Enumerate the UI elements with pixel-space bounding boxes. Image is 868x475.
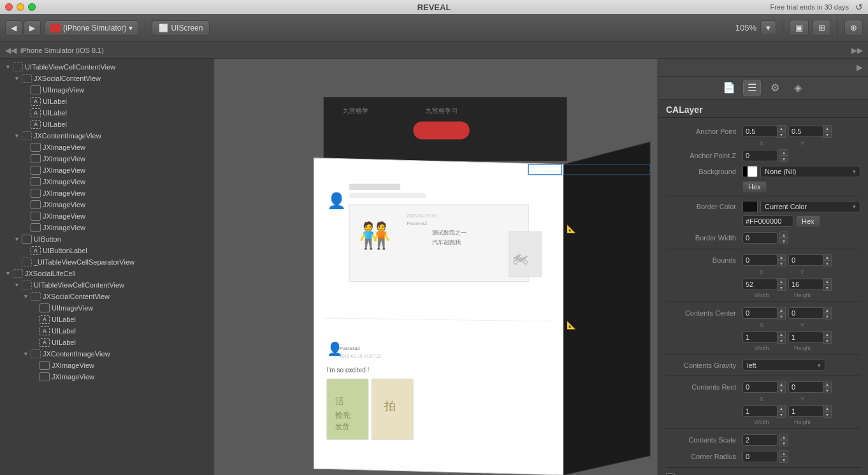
contents-rect-y[interactable] [788,381,823,393]
corner-radius-stepper[interactable]: ▲ ▼ [779,450,788,463]
contents-center-width[interactable] [742,332,778,343]
tree-item-jxsociallifecell[interactable]: ▼JXSocialLifeCell [0,268,213,279]
corner-radius-input[interactable] [742,451,778,462]
bounds-x[interactable] [742,254,778,266]
tree-item-uilabel1[interactable]: AUILabel [0,96,213,107]
cr-h-stepper[interactable]: ▲ ▼ [823,405,832,418]
tree-item-jxcontentimageview1[interactable]: ▼JXContentImageView [0,130,213,142]
anchor-z-stepper[interactable]: ▲ ▼ [779,149,788,162]
cr-y-stepper[interactable]: ▲ ▼ [823,381,832,393]
tree-item-uilabel6[interactable]: AUILabel [0,337,213,348]
border-color-hex-input[interactable] [742,216,793,227]
border-hex-button[interactable]: Hex [796,216,820,227]
tree-item-uiimageview2[interactable]: UIImageView [0,302,213,314]
zoom-dropdown[interactable]: ▾ [760,20,776,35]
tree-item-jximageview10[interactable]: JXImageView [0,371,213,383]
tab-list[interactable]: ☰ [743,80,761,96]
contents-center-x[interactable] [742,307,778,319]
tree-item-jximageview4[interactable]: JXImageView [0,176,213,187]
tree-item-jximageview3[interactable]: JXImageView [0,164,213,176]
border-width-input[interactable] [742,232,778,244]
sidebar-collapse-btn[interactable]: ◀◀ [5,46,17,55]
maximize-button[interactable] [28,3,36,11]
tree-item-jximageview8[interactable]: JXImageView [0,222,213,233]
tree-item-uilabel5[interactable]: AUILabel [0,325,213,337]
tree-icon-uilabel5: A [40,326,50,335]
anchor-point-sublabels: X Y [658,140,868,147]
canvas-area[interactable]: 九宫格学 九宫格学习 👤 🧑‍🤝‍🧑 测试数我之一 [213,59,658,475]
cr-w-stepper[interactable]: ▲ ▼ [777,405,786,418]
minimize-button[interactable] [17,3,24,11]
contents-gravity-select[interactable]: left ▾ [742,360,825,371]
anchor-point-x-stepper[interactable]: ▲ ▼ [777,125,786,138]
svg-text:九宫格学: 九宫格学 [343,107,368,114]
bounds-x-stepper[interactable]: ▲ ▼ [777,254,786,267]
tree-item-jximageview1[interactable]: JXImageView [0,142,213,153]
contents-scale-input[interactable] [742,434,778,446]
border-color-swatch[interactable] [742,201,758,212]
tree-item-jximageview2[interactable]: JXImageView [0,153,213,164]
right-panel: ▶ 📄 ☰ ⚙ ◈ CALayer Anchor Point ▲ ▼ [658,59,868,475]
border-width-stepper[interactable]: ▲ ▼ [779,231,788,244]
split-view-button[interactable]: ⊞ [813,20,831,36]
refresh-button[interactable]: ↺ [855,2,863,12]
tree-item-jximageview9[interactable]: JXImageView [0,360,213,371]
cc-x-stepper[interactable]: ▲ ▼ [777,307,786,319]
tree-item-uiimageview1[interactable]: UIImageView [0,84,213,96]
tree-item-uitableviewcellcontentview2[interactable]: ▼UITableViewCellContentView [0,279,213,291]
tree-item-uilabel2[interactable]: AUILabel [0,107,213,119]
tab-new[interactable]: 📄 [720,80,738,96]
border-color-name[interactable]: Current Color ▾ [760,201,860,212]
tab-sliders[interactable]: ⚙ [766,80,784,96]
contents-center-height[interactable] [788,332,823,343]
anchor-point-z-input[interactable] [742,150,778,161]
tree-item-jximageview5[interactable]: JXImageView [0,187,213,199]
tree-item-uitableviewcellcontentview[interactable]: ▼UITableViewCellContentView [0,61,213,73]
anchor-point-y-stepper[interactable]: ▲ ▼ [823,125,832,138]
forward-button[interactable]: ▶ [24,20,41,36]
cc-w-stepper[interactable]: ▲ ▼ [777,331,786,344]
cr-x-stepper[interactable]: ▲ ▼ [777,381,786,393]
app-selector[interactable]: (iPhone Simulator) ▾ [45,20,138,36]
main-expand-btn[interactable]: ▶▶ [851,46,863,55]
close-button[interactable] [5,3,13,11]
tree-item-uitableviewcellseparatorview[interactable]: _UITableViewCellSeparatorView [0,256,213,268]
bounds-height[interactable] [788,279,823,290]
tree-item-jxsocialcontentview2[interactable]: ▼JXSocialContentView [0,291,213,302]
bounds-w-stepper[interactable]: ▲ ▼ [777,278,786,291]
bounds-width[interactable] [742,279,778,290]
uiscreen-button[interactable]: ⬜ UIScreen [152,20,210,36]
background-color-name[interactable]: None (Nil) ▾ [760,166,860,177]
anchor-point-row: Anchor Point ▲ ▼ ▲ ▼ [658,123,868,140]
right-expand-button[interactable]: ▶ [857,62,863,72]
single-view-button[interactable]: ▣ [790,20,809,36]
tree-item-jxsocialcontentview1[interactable]: ▼JXSocialContentView [0,73,213,84]
background-hex-button[interactable]: Hex [742,181,767,193]
layers-button[interactable]: ⊕ [844,20,863,36]
tree-item-jxcontentimageview2[interactable]: ▼JXContentImageView [0,348,213,360]
back-button[interactable]: ◀ [5,20,22,36]
tab-layers[interactable]: ◈ [789,80,807,96]
contents-center-y[interactable] [788,307,823,319]
tree-item-jximageview7[interactable]: JXImageView [0,210,213,222]
svg-text:汽车超跑我: 汽车超跑我 [432,239,461,245]
cc-h-stepper[interactable]: ▲ ▼ [823,331,832,344]
tree-item-uilabel4[interactable]: AUILabel [0,314,213,325]
bounds-h-stepper[interactable]: ▲ ▼ [823,278,832,291]
bounds-y-stepper[interactable]: ▲ ▼ [823,254,832,267]
anchor-point-x[interactable] [742,126,778,137]
contents-rect-width[interactable] [742,406,778,417]
contents-rect-height[interactable] [788,406,823,417]
background-color-swatch[interactable] [742,166,758,177]
anchor-point-y[interactable] [788,126,823,137]
border-color-row: Border Color Current Color ▾ [658,199,868,214]
contents-rect-x[interactable] [742,381,778,393]
bounds-y[interactable] [788,254,823,266]
tree-item-uilabel3[interactable]: AUILabel [0,119,213,130]
cc-y-stepper[interactable]: ▲ ▼ [823,307,832,319]
scale-stepper[interactable]: ▲ ▼ [779,434,788,446]
tree-item-uibutton[interactable]: ▼UIButton [0,233,213,245]
window-controls[interactable] [5,3,36,11]
tree-item-uibuttonlabel[interactable]: AUIButtonLabel [0,245,213,256]
tree-item-jximageview6[interactable]: JXImageView [0,199,213,210]
